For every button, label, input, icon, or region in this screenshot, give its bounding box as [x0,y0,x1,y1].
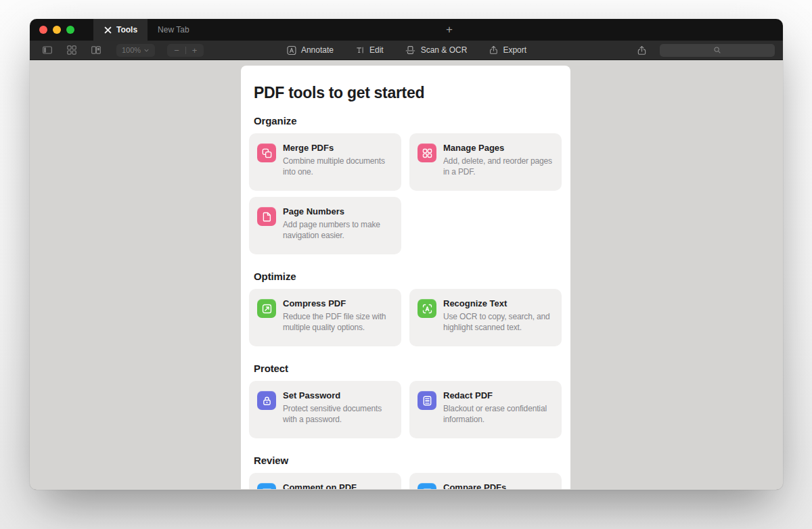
zoom-window-button[interactable] [66,26,74,34]
tool-card-text: Compare PDFs View two documents side by [443,482,543,489]
tool-title: Set Password [283,390,396,401]
sidebar-icon [42,45,53,55]
tool-title: Page Numbers [283,206,396,217]
two-pages-icon [91,45,102,55]
redact-icon [418,391,436,410]
merge-icon [257,143,276,162]
zoom-level-value: 100% [122,46,141,54]
tool-title: Compare PDFs [443,482,543,489]
toolbar-center-group: Annotate Edit Scan & OCR Export [286,45,526,55]
tool-description: Blackout or erase confidential informati… [443,403,556,425]
tool-card-compare-pdfs[interactable]: Compare PDFs View two documents side by [409,473,562,489]
page-numbers-icon [257,207,276,226]
tool-title: Compress PDF [283,298,396,309]
section-heading: Organize [254,114,558,127]
export-button[interactable]: Export [489,45,526,55]
edit-label: Edit [369,45,384,55]
zoom-in-button[interactable]: + [192,46,198,55]
export-label: Export [503,45,526,55]
section-grid: Merge PDFs Combine multiple documents in… [249,133,562,254]
zoom-level-dropdown[interactable]: 100% [116,44,155,57]
chevron-down-icon [143,47,150,53]
share-icon [637,45,647,55]
tools-sections: Organize Merge PDFs Combine multiple doc… [249,114,562,489]
search-icon [713,46,721,54]
tool-card-comment-on-pdf[interactable]: Comment on PDF Add text, insert notes, a… [249,473,401,489]
page-title: PDF tools to get started [254,83,558,102]
tool-card-merge-pdfs[interactable]: Merge PDFs Combine multiple documents in… [249,133,401,191]
tab-label: Tools [116,25,137,34]
app-window: Tools New Tab + 100% − [30,19,783,490]
tools-page: PDF tools to get started Organize Merge … [241,66,570,489]
tab-tools[interactable]: Tools [93,19,148,41]
tool-title: Manage Pages [443,142,556,154]
tab-bar: Tools New Tab + [30,19,783,41]
traffic-lights [30,19,85,41]
tool-description: Reduce the PDF file size with multiple q… [283,311,396,333]
edit-button[interactable]: Edit [355,45,384,55]
section-heading: Protect [254,362,558,375]
tool-title: Redact PDF [443,390,556,401]
stepper-divider [185,47,186,54]
comment-icon [257,483,276,489]
tool-section: Organize Merge PDFs Combine multiple doc… [249,114,562,254]
lock-icon [257,391,276,410]
tool-card-text: Redact PDF Blackout or erase confidentia… [443,390,556,425]
compress-icon [257,299,276,318]
tool-card-text: Manage Pages Add, delete, and reorder pa… [443,142,556,177]
minimize-window-button[interactable] [53,26,61,34]
export-icon [489,45,498,55]
zoom-out-button[interactable]: − [174,46,179,55]
recognize-text-icon [418,299,436,318]
tool-card-text: Comment on PDF Add text, insert notes, a… [283,482,374,489]
tool-section: Review Comment on PDF Add text, insert n… [249,454,562,489]
thumbnails-icon [66,45,77,55]
section-heading: Optimize [254,270,558,283]
content-area: PDF tools to get started Organize Merge … [30,60,783,489]
section-grid: Comment on PDF Add text, insert notes, a… [249,473,562,489]
tool-card-manage-pages[interactable]: Manage Pages Add, delete, and reorder pa… [409,133,562,191]
tab-strip: Tools New Tab [93,19,200,41]
tool-card-text: Set Password Protect sensitive documents… [283,390,396,425]
tool-description: Add, delete, and reorder pages in a PDF. [443,156,556,177]
tool-card-text: Recognize Text Use OCR to copy, search, … [443,298,556,333]
manage-pages-icon [418,143,436,162]
toolbar-right-group [633,44,775,57]
tool-card-recognize-text[interactable]: Recognize Text Use OCR to copy, search, … [409,289,562,346]
thumbnails-view-button[interactable] [62,45,81,55]
close-window-button[interactable] [39,26,47,34]
tool-description: Protect sensitive documents with a passw… [283,403,396,425]
scan-icon [405,45,416,55]
sidebar-toggle-button[interactable] [38,45,57,55]
zoom-stepper: − + [167,44,204,57]
tool-section: Protect Set Password Protect sensitive d… [249,362,562,438]
annotate-button[interactable]: Annotate [286,45,334,55]
tool-card-compress-pdf[interactable]: Compress PDF Reduce the PDF file size wi… [249,289,401,346]
section-heading: Review [254,454,558,467]
new-tab-button[interactable]: + [443,19,456,41]
tool-description: Add page numbers to make navigation easi… [283,219,396,241]
annotate-label: Annotate [301,45,334,55]
annotate-icon [286,45,296,55]
toolbar: 100% − + Annotate Edit Scan & OCR [30,41,783,60]
tool-card-redact-pdf[interactable]: Redact PDF Blackout or erase confidentia… [409,381,562,438]
tool-card-text: Merge PDFs Combine multiple documents in… [283,142,396,177]
tool-section: Optimize Compress PDF Reduce the PDF fil… [249,270,562,346]
share-button[interactable] [633,45,651,55]
tool-title: Merge PDFs [283,142,396,154]
tool-description: Use OCR to copy, search, and highlight s… [443,311,556,333]
scan-ocr-label: Scan & OCR [421,45,468,55]
section-grid: Set Password Protect sensitive documents… [249,381,562,438]
tab-new-tab[interactable]: New Tab [148,19,199,41]
tool-title: Comment on PDF [283,482,374,489]
scan-ocr-button[interactable]: Scan & OCR [405,45,468,55]
page-view-button[interactable] [87,45,106,55]
toolbar-left-group: 100% − + [38,44,204,57]
search-input[interactable] [660,44,775,57]
tool-card-page-numbers[interactable]: Page Numbers Add page numbers to make na… [249,197,401,254]
tool-card-set-password[interactable]: Set Password Protect sensitive documents… [249,381,401,438]
tool-title: Recognize Text [443,298,556,309]
section-grid: Compress PDF Reduce the PDF file size wi… [249,289,562,346]
compare-icon [418,483,436,489]
tool-card-text: Page Numbers Add page numbers to make na… [283,206,396,241]
